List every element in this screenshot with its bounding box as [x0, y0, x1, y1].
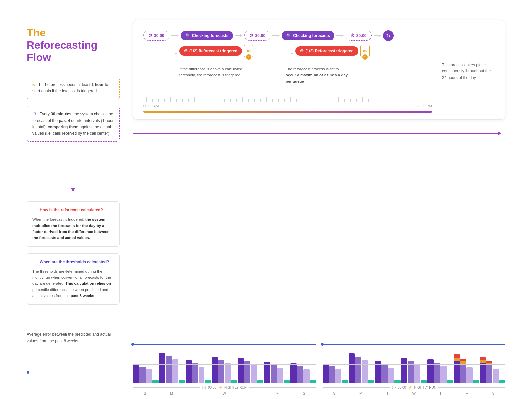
bar-group-t2b	[427, 359, 453, 383]
badge-1: 1	[246, 54, 251, 60]
purple-arrow	[498, 131, 501, 135]
timer-icon-3: ⏱	[351, 33, 355, 38]
clock-icon-2: 🕐	[392, 386, 396, 389]
faq-thresholds-text: The thresholds are determined during the…	[32, 268, 114, 299]
sidebar-bottom: — How is the reforecast calculated? When…	[27, 201, 120, 305]
bar-group-t1b	[238, 358, 263, 383]
bar-s2b-red-b	[486, 361, 492, 363]
bar-f1-light	[277, 368, 283, 383]
faq-reforecast-text: When the forecast is triggered, the syst…	[32, 216, 114, 241]
bar-t2b-mid	[434, 363, 440, 383]
bar-t2b-dark	[427, 359, 433, 383]
timer-icon: ⏱	[32, 112, 36, 116]
bar-f1-dark	[264, 362, 270, 383]
search-icon-1: 🔍	[185, 33, 190, 38]
bar-w1-dark	[212, 357, 218, 383]
bar-s1b-mid	[297, 366, 303, 383]
bar-w2-teal	[421, 380, 427, 383]
week2-container: 🕐 00:00 ⚡ NIGHTLY RUN S M T W T F S	[323, 325, 505, 399]
timeline-gradient	[143, 111, 432, 113]
bar-t1b-dark	[238, 358, 244, 383]
bar-s2b-orange	[480, 360, 486, 363]
bar-m1-teal	[179, 380, 185, 383]
day-t2b: T	[429, 391, 453, 395]
checking-node-1: 🔍 Checking forecasts	[181, 31, 233, 40]
connector-3	[272, 34, 280, 37]
week2-bars	[323, 353, 505, 383]
reforecast-icon-2: ♾	[300, 49, 304, 53]
bar-s1-mid	[139, 367, 145, 383]
threshold-line-1	[133, 344, 316, 345]
week1-bars	[133, 353, 316, 383]
bar-group-s1b	[290, 363, 316, 383]
bar-w1-mid	[218, 360, 224, 383]
bar-f2-teal	[473, 380, 479, 383]
flow-desc-1: If the difference is above a calculated …	[179, 64, 242, 84]
bar-s2b-dark	[480, 363, 486, 383]
bar-s2-dark	[323, 364, 329, 383]
bar-t1b-light	[251, 364, 257, 383]
flow-sequence: ⏱ 30:00 🔍 Checking forecasts	[143, 30, 432, 113]
day-m2: M	[349, 391, 373, 395]
faq-reforecast-title: — How is the reforecast calculated?	[32, 207, 114, 213]
day-labels-2: S M T W T F S	[323, 391, 505, 395]
bar-m2-dark	[349, 353, 355, 383]
right-content: ⏱ 30:00 🔍 Checking forecasts	[133, 20, 505, 311]
faq-thresholds-title: — When are the thresholds calculated?	[32, 259, 114, 265]
bar-group-m1	[159, 353, 185, 383]
bar-group-s1	[133, 364, 159, 383]
day-t1: T	[186, 391, 210, 395]
day-m1: M	[160, 391, 184, 395]
threshold-line-2	[323, 344, 505, 345]
bar-t1-light	[199, 367, 204, 383]
main-container: The Reforecasting Flow ∞ 1. The process …	[0, 0, 532, 325]
bar-w1-teal	[231, 380, 237, 383]
bar-t2-light	[388, 368, 394, 383]
bar-m2-mid	[355, 357, 361, 383]
title-line3: Flow	[27, 51, 120, 64]
hour-card: ∞ 1. The process needs at least 1 hour t…	[27, 77, 120, 99]
time-start: 00:00 AM	[143, 104, 159, 108]
day-labels-1: S M T W T F S	[133, 391, 316, 395]
bar-s1b-teal	[310, 380, 316, 383]
bar-s1b-light	[303, 369, 309, 383]
day-f2: F	[455, 391, 479, 395]
bar-s2b-light	[493, 369, 499, 383]
day-s1b: S	[292, 391, 316, 395]
flow-desc-2: The reforecast process is set to occur a…	[286, 64, 349, 84]
normal-line-2	[323, 364, 505, 365]
chart-right: 🕐 00:00 ⚡ NIGHTLY RUN S M T W T F S	[133, 325, 505, 399]
week1-container: 🕐 00:00 ⚡ NIGHTLY RUN S M T W T F S	[133, 325, 316, 399]
search-icon-2: 🔍	[286, 33, 291, 38]
chart-description: Average error between the predicted and …	[27, 331, 120, 345]
infinity-icon: ∞	[32, 82, 35, 87]
bar-group-s2b	[480, 357, 505, 383]
threshold-dot-2	[321, 343, 324, 346]
bar-group-s2	[323, 364, 348, 383]
bar-m2-light	[362, 360, 368, 383]
timeline: // This will be rendered via the templat…	[143, 94, 432, 113]
nightly-run-1: 🕐 00:00 ⚡ NIGHTLY RUN	[133, 386, 316, 389]
connector-1	[171, 34, 179, 37]
bar-t1-mid	[192, 363, 198, 383]
bar-f2-red	[454, 354, 460, 358]
faq-thresholds-card: — When are the thresholds calculated? Th…	[27, 253, 120, 305]
arrow-connector	[27, 148, 120, 192]
timer-node-3: ⏱ 30:00	[346, 31, 372, 41]
bar-s2b-teal	[499, 380, 505, 383]
bar-s2-light	[335, 369, 341, 383]
bar-s1b-dark	[290, 363, 296, 383]
bar-m1-dark	[159, 353, 165, 383]
title-line1: The	[27, 27, 120, 39]
lightning-icon-1: ⚡	[218, 386, 222, 389]
interval-card-text: Every 30 minutes, the system checks the …	[32, 112, 114, 136]
title-line2: Reforecasting	[27, 39, 120, 51]
checking-node-2: 🔍 Checking forecasts	[282, 31, 334, 40]
day-f1: F	[266, 391, 290, 395]
clock-icon-1: 🕐	[202, 386, 206, 389]
day-w2: W	[402, 391, 426, 395]
bar-group-f2	[454, 354, 479, 383]
arrow-head	[71, 188, 75, 192]
bar-t2-teal	[394, 380, 400, 383]
bar-s2-mid	[329, 366, 335, 383]
